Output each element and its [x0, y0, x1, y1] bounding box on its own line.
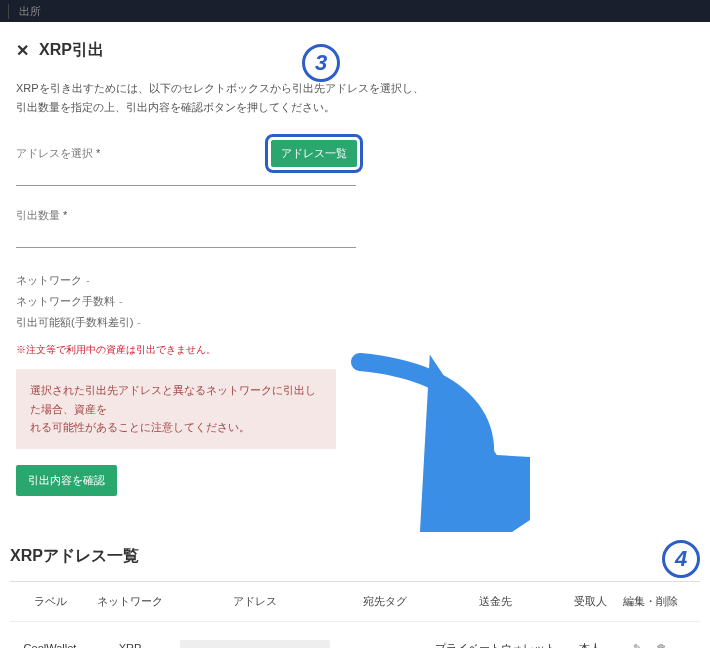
note-red: ※注文等で利用中の資産は引出できません。: [16, 343, 694, 357]
col-network: ネットワーク: [90, 594, 170, 609]
table-row: CoolWallet XRP プライベートウォレット 本人 ✎ 🗑: [10, 622, 700, 648]
top-tab[interactable]: 出所: [8, 4, 51, 19]
quantity-field: 引出数量 *: [16, 208, 356, 248]
col-edit-del: 編集・削除: [620, 594, 680, 609]
close-icon[interactable]: ✕: [16, 41, 29, 60]
info-fee-label: ネットワーク手数料: [16, 295, 115, 307]
table-header: ラベル ネットワーク アドレス 宛先タグ 送金先 受取人 編集・削除: [10, 582, 700, 622]
description: XRPを引き出すためには、以下のセレクトボックスから引出先アドレスを選択し、 引…: [16, 79, 694, 116]
quantity-label: 引出数量 *: [16, 208, 356, 223]
address-list-button[interactable]: アドレス一覧: [271, 140, 357, 167]
withdraw-panel: 3 ✕ XRP引出 XRPを引き出すためには、以下のセレクトボックスから引出先ア…: [0, 22, 710, 546]
step-badge-3: 3: [302, 44, 340, 82]
info-available-label: 引出可能額(手数料差引): [16, 316, 133, 328]
col-tag: 宛先タグ: [340, 594, 430, 609]
col-dest: 送金先: [430, 594, 560, 609]
cell-dest: プライベートウォレット: [430, 641, 560, 648]
cell-network: XRP: [90, 642, 170, 648]
info-network-label: ネットワーク: [16, 274, 82, 286]
address-list-panel: 4 XRPアドレス一覧 ラベル ネットワーク アドレス 宛先タグ 送金先 受取人…: [0, 546, 710, 648]
address-list-title: XRPアドレス一覧: [10, 546, 700, 567]
col-address: アドレス: [170, 594, 340, 609]
quantity-input[interactable]: [16, 225, 356, 248]
edit-icon[interactable]: ✎: [633, 642, 642, 648]
masked-address: [180, 640, 330, 648]
warning-box: 選択された引出先アドレスと異なるネットワークに引出した場合、資産を れる可能性が…: [16, 369, 336, 449]
page-title: XRP引出: [39, 40, 104, 61]
arrow-annotation: [330, 352, 530, 532]
col-label: ラベル: [10, 594, 90, 609]
cell-address: [170, 640, 340, 648]
top-bar: 出所: [0, 0, 710, 22]
delete-icon[interactable]: 🗑: [656, 642, 667, 648]
col-recipient: 受取人: [560, 594, 620, 609]
address-field: アドレスを選択 * アドレス一覧: [16, 146, 356, 186]
address-table: ラベル ネットワーク アドレス 宛先タグ 送金先 受取人 編集・削除 CoolW…: [10, 581, 700, 648]
confirm-button[interactable]: 引出内容を確認: [16, 465, 117, 496]
info-list: ネットワーク- ネットワーク手数料- 引出可能額(手数料差引)-: [16, 270, 694, 333]
step-badge-4: 4: [662, 540, 700, 578]
cell-label: CoolWallet: [10, 642, 90, 648]
cell-recipient: 本人: [560, 641, 620, 648]
cell-actions: ✎ 🗑: [620, 642, 680, 648]
